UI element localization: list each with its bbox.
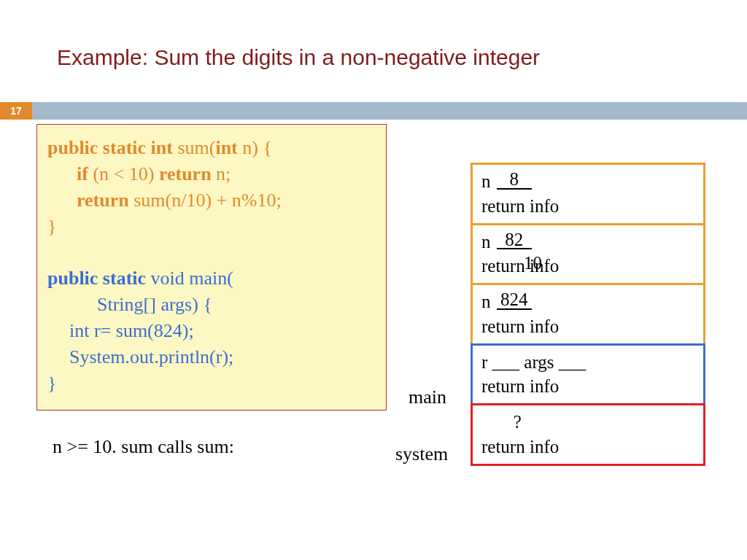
code-text: sum(n/10) + n%10; bbox=[129, 190, 282, 211]
code-text: int bbox=[215, 137, 237, 158]
frame-text: n bbox=[481, 171, 495, 191]
stack-frame: n 8 return info bbox=[471, 163, 705, 225]
stack-frame: n 824 return info bbox=[471, 283, 705, 346]
stack-frame: ? return info bbox=[471, 403, 705, 466]
code-block: public static int sum(int n) { if (n < 1… bbox=[36, 124, 387, 411]
frame-text: return info bbox=[481, 194, 696, 219]
label-main: main bbox=[409, 386, 446, 408]
frame-overlap-value: 10 bbox=[524, 251, 542, 276]
code-text: public static bbox=[47, 268, 146, 289]
frame-text: r ___ args ___ bbox=[481, 350, 696, 375]
code-text: n; bbox=[212, 163, 231, 184]
frame-text: return info bbox=[481, 374, 696, 399]
code-text: String[] args) { bbox=[47, 292, 377, 318]
frame-text: return info bbox=[481, 314, 696, 339]
stack-frame: n 82 retur10n info bbox=[471, 223, 705, 286]
code-text: if bbox=[77, 163, 88, 184]
header-bar bbox=[0, 102, 747, 120]
frame-text: return info bbox=[481, 435, 696, 459]
page-number: 17 bbox=[0, 102, 32, 120]
frame-value: 8 bbox=[497, 171, 532, 190]
code-text: return bbox=[159, 163, 212, 184]
code-text: void main( bbox=[146, 268, 233, 289]
slide-title: Example: Sum the digits in a non-negativ… bbox=[57, 45, 540, 70]
stack-frame: r ___ args ___ return info bbox=[471, 343, 705, 406]
frame-value: 824 bbox=[497, 291, 532, 310]
label-system: system bbox=[395, 443, 448, 465]
code-text: System.out.println(r); bbox=[47, 344, 377, 370]
code-text: } bbox=[47, 370, 377, 397]
frame-text: ? bbox=[481, 410, 696, 435]
frame-text: retur bbox=[481, 256, 516, 276]
call-stack: n 8 return info n 82 retur10n info n 824… bbox=[471, 165, 705, 466]
code-text: } bbox=[47, 214, 377, 240]
frame-value: 82 bbox=[497, 231, 532, 250]
frame-text: n bbox=[481, 232, 495, 252]
code-text: return bbox=[77, 190, 129, 211]
code-text: int r= sum(824); bbox=[47, 318, 377, 344]
code-text: sum( bbox=[177, 137, 215, 158]
frame-text: n bbox=[481, 292, 495, 311]
note-text: n >= 10. sum calls sum: bbox=[53, 436, 234, 458]
code-text: n) { bbox=[238, 137, 272, 158]
code-text: public static int bbox=[47, 137, 173, 158]
code-text: (n < 10) bbox=[88, 163, 159, 184]
